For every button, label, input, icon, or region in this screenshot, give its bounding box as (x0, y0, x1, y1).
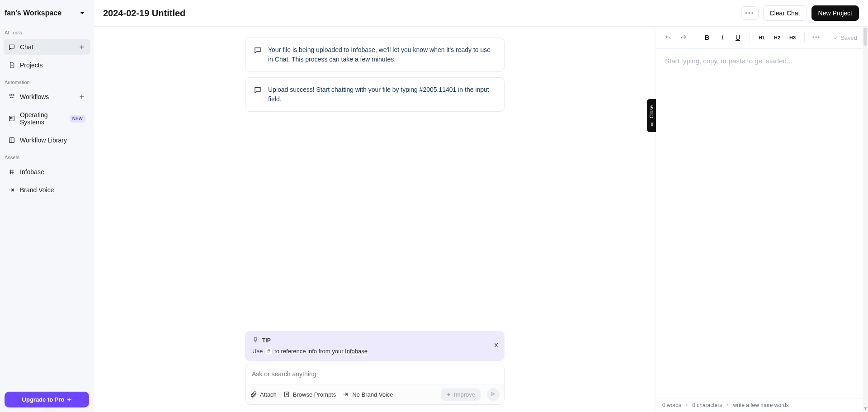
brand-voice-button[interactable]: No Brand Voice (342, 391, 393, 398)
upgrade-button[interactable]: Upgrade to Pro ✦ (5, 392, 89, 407)
message-text: Upload success! Start chatting with your… (268, 85, 496, 104)
underline-button[interactable]: U (731, 31, 744, 44)
bars-icon (342, 391, 349, 398)
close-label: Close (649, 105, 654, 118)
svg-line-17 (13, 170, 13, 175)
clear-chat-button[interactable]: Clear Chat (763, 5, 807, 21)
prompts-icon (283, 391, 290, 398)
svg-rect-11 (10, 117, 12, 118)
sparkle-icon: ✦ (446, 391, 451, 398)
document-icon (8, 62, 15, 69)
new-project-button[interactable]: New Project (811, 5, 859, 21)
lightbulb-icon (252, 336, 259, 344)
tip-card: TIP X Use # to reference info from your … (245, 331, 505, 361)
section-assets: Assets (0, 149, 94, 163)
workspace-name: fan's Workspace (5, 9, 61, 17)
chat-icon (254, 86, 262, 94)
chat-area: Your file is being uploaded to Infobase,… (94, 27, 656, 412)
nav-label: Operating Systems (20, 111, 63, 126)
os-icon (8, 115, 15, 122)
chat-toolbar: Attach Browse Prompts No Brand Voice (245, 384, 504, 404)
tip-close-button[interactable]: X (494, 342, 498, 349)
library-icon (8, 137, 15, 144)
svg-rect-12 (9, 138, 14, 143)
chat-icon (8, 43, 15, 51)
nav-label: Projects (20, 62, 43, 69)
editor-hint: write a few more words (733, 402, 788, 408)
workflows-icon (8, 93, 15, 100)
svg-rect-10 (9, 116, 14, 121)
send-button[interactable] (487, 388, 500, 401)
sparkle-icon: ✦ (67, 397, 71, 403)
editor-toolbar: B I U H1 H2 H3 ••• ✓ Saved (656, 27, 863, 49)
bars-icon (8, 186, 15, 194)
messages-list: Your file is being uploaded to Infobase,… (245, 38, 505, 112)
undo-button[interactable] (661, 31, 674, 44)
sidebar-item-projects[interactable]: Projects (4, 57, 90, 73)
saved-indicator: ✓ Saved (834, 34, 857, 41)
topbar: 2024-02-19 Untitled ••• Clear Chat New P… (94, 0, 868, 27)
svg-rect-22 (284, 392, 288, 397)
h2-button[interactable]: H2 (771, 31, 783, 44)
more-format-button[interactable]: ••• (810, 31, 823, 44)
section-automation: Automation (0, 74, 94, 88)
hash-key: # (264, 348, 273, 355)
more-button[interactable]: ••• (741, 6, 759, 20)
attach-button[interactable]: Attach (250, 391, 277, 398)
char-count: 0 characters (692, 402, 722, 408)
svg-point-5 (13, 95, 14, 95)
workspace-switcher[interactable]: fan's Workspace (0, 0, 94, 24)
tip-label: TIP (262, 337, 271, 344)
plus-icon[interactable] (78, 43, 85, 51)
sidebar-item-operating-systems[interactable]: Operating Systems NEW (4, 107, 90, 130)
nav-label: Chat (20, 43, 33, 51)
hash-icon (8, 168, 15, 175)
redo-button[interactable] (677, 31, 689, 44)
chevron-down-icon (78, 9, 86, 17)
italic-button[interactable]: I (716, 31, 729, 44)
page-title: 2024-02-19 Untitled (103, 8, 736, 19)
nav-label: Infobase (20, 168, 44, 175)
svg-point-3 (9, 95, 10, 95)
message-text: Your file is being uploaded to Infobase,… (268, 45, 496, 64)
sidebar-item-workflow-library[interactable]: Workflow Library (4, 132, 90, 148)
sidebar-item-chat[interactable]: Chat (4, 39, 90, 55)
chat-input-block: TIP X Use # to reference info from your … (245, 331, 505, 405)
nav-label: Workflows (20, 93, 49, 100)
new-badge: NEW (70, 115, 85, 123)
svg-point-7 (12, 97, 13, 98)
infobase-link[interactable]: Infobase (345, 348, 368, 355)
scrollbar-thumb[interactable] (863, 28, 867, 46)
main-area: 2024-02-19 Untitled ••• Clear Chat New P… (94, 0, 868, 412)
nav-label: Brand Voice (20, 186, 54, 194)
editor-footer: 0 words • 0 characters • write a few mor… (656, 398, 863, 412)
sidebar-item-workflows[interactable]: Workflows (4, 89, 90, 105)
close-editor-tab[interactable]: Close ✎ (647, 99, 656, 132)
h1-button[interactable]: H1 (755, 31, 768, 44)
svg-point-4 (11, 95, 12, 95)
sidebar: fan's Workspace AI Tools Chat Projects A… (0, 0, 94, 412)
browse-prompts-button[interactable]: Browse Prompts (283, 391, 336, 398)
sidebar-item-infobase[interactable]: Infobase (4, 164, 90, 180)
h3-button[interactable]: H3 (786, 31, 799, 44)
pencil-icon: ✎ (648, 121, 655, 128)
scrollbar[interactable]: ▾ (863, 27, 868, 412)
scroll-down-icon[interactable]: ▾ (863, 406, 868, 412)
editor-body[interactable]: Start typing, copy, or paste to get star… (656, 49, 863, 398)
section-ai-tools: AI Tools (0, 24, 94, 38)
nav-label: Workflow Library (20, 137, 67, 144)
word-count: 0 words (662, 402, 681, 408)
chat-input-wrap: Attach Browse Prompts No Brand Voice (245, 364, 505, 405)
editor-panel: B I U H1 H2 H3 ••• ✓ Saved Start typing,… (656, 27, 863, 412)
chat-icon (254, 46, 262, 54)
more-icon: ••• (745, 9, 755, 17)
plus-icon[interactable] (78, 93, 85, 100)
upgrade-label: Upgrade to Pro (22, 396, 65, 403)
improve-button[interactable]: ✦ Improve (441, 388, 481, 401)
send-icon (490, 391, 496, 398)
message-card: Your file is being uploaded to Infobase,… (245, 38, 505, 72)
bold-button[interactable]: B (701, 31, 713, 44)
sidebar-item-brand-voice[interactable]: Brand Voice (4, 182, 90, 198)
check-icon: ✓ (834, 34, 839, 41)
chat-input[interactable] (245, 364, 504, 384)
